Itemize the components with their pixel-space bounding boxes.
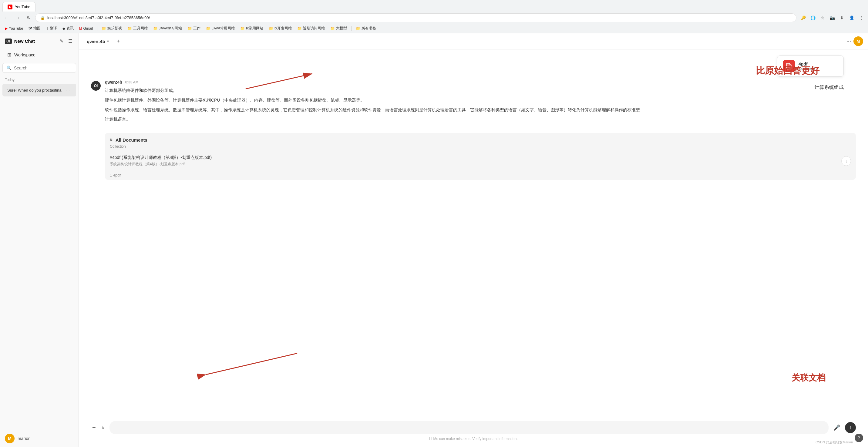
bookmark-lx-common[interactable]: 📁 lx常用网站 [238, 25, 266, 32]
folder-icon: 📁 [269, 26, 273, 31]
chat-item-more-button[interactable]: ··· [65, 87, 71, 93]
chat-item-text: Sure! When do you proctastina [7, 88, 65, 93]
folder-icon: 📁 [297, 26, 302, 31]
message-content: qwen:4b 8:33 AM 计算机系统由硬件和软件两部分组成。 硬件包括计算… [105, 80, 856, 126]
message-para-3: 软件包括操作系统、语言处理系统、数据库管理系统等。其中，操作系统是计算机系统的灵… [105, 106, 856, 114]
input-add-button[interactable]: + [91, 423, 97, 433]
gmail-icon: M [79, 26, 82, 31]
bookmark-label: 所有书签 [362, 26, 376, 31]
bookmarks-bar: ▶ YouTube 🗺 地图 T 翻译 ◆ 资讯 M Gmail 📁 娱乐影视 … [0, 24, 868, 33]
screenshot-button[interactable]: 📷 [828, 14, 836, 22]
message-author: qwen:4b [105, 80, 122, 85]
sidebar-icon-group: ✎ ☰ [58, 37, 74, 45]
bookmark-label: 近期访问网站 [303, 26, 325, 31]
header-avatar: M [854, 36, 863, 46]
message-time: 8:33 AM [125, 80, 138, 84]
bookmark-youtube[interactable]: ▶ YouTube [2, 26, 26, 31]
input-hash-button[interactable]: # [101, 424, 106, 432]
user-avatar: M [5, 434, 14, 443]
bookmark-tools[interactable]: 📁 工具网站 [125, 25, 150, 32]
annotation-text-related-doc: 关联文档 [792, 372, 826, 384]
star-button[interactable]: ☆ [818, 14, 827, 22]
youtube-favicon: ▶ [8, 5, 12, 9]
bookmark-label: 翻译 [50, 26, 57, 31]
logo-badge: OI [5, 38, 12, 44]
sidebar-search[interactable]: 🔍 [2, 63, 76, 73]
bookmark-entertainment[interactable]: 📁 娱乐影视 [99, 25, 124, 32]
bookmark-translate[interactable]: T 翻译 [44, 25, 59, 32]
lock-icon: 🔒 [40, 16, 45, 20]
tab-bar: ▶ YouTube [0, 0, 868, 11]
bookmark-lx-dev[interactable]: 📁 lx开发网站 [266, 25, 294, 32]
docs-title: All Documents [116, 137, 147, 142]
model-name: qwen:4b [87, 39, 105, 44]
new-chat-label: New Chat [14, 38, 35, 44]
doc-download-button[interactable]: ↓ [841, 156, 851, 166]
translate-button[interactable]: 🌐 [809, 14, 817, 22]
bookmark-label: JAVA学习网站 [159, 26, 182, 31]
help-button[interactable]: ? [855, 434, 863, 442]
chevron-down-icon: ▾ [107, 39, 109, 43]
bookmark-java-learn[interactable]: 📁 JAVA学习网站 [151, 25, 184, 32]
bookmark-recent[interactable]: 📁 近期访问网站 [295, 25, 327, 32]
workspace-icon: ⊞ [7, 52, 11, 58]
bookmark-news[interactable]: ◆ 资讯 [60, 25, 76, 32]
chat-messages: 4pdf Document 计算系统组成 比原始回答更好 [79, 50, 868, 417]
menu-toggle-button[interactable]: ☰ [67, 37, 74, 45]
nav-bar: ← → ↻ 🔒 localhost:3000/c/1edc3e47-a0f2-4… [0, 11, 868, 24]
bookmark-separator [97, 26, 97, 31]
bookmark-label: lx常用网站 [246, 26, 263, 31]
profile-button[interactable]: 👤 [847, 14, 856, 22]
download-button[interactable]: ⬇ [838, 14, 846, 22]
search-icon: 🔍 [6, 65, 11, 70]
bookmark-java-common[interactable]: 📁 JAVA常用网站 [204, 25, 237, 32]
documents-section: # All Documents Collection #4pdf (系统架构设计… [105, 133, 856, 180]
bookmark-label: lx开发网站 [275, 26, 292, 31]
search-input[interactable] [14, 65, 72, 70]
extensions-button[interactable]: 🔑 [799, 14, 807, 22]
refresh-button[interactable]: ↻ [24, 14, 33, 22]
sidebar-section-today: Today [0, 75, 79, 83]
add-chat-button[interactable]: + [114, 37, 123, 46]
bookmark-label: 工具网站 [133, 26, 148, 31]
bookmark-map[interactable]: 🗺 地图 [26, 25, 43, 32]
active-tab[interactable]: ▶ YouTube [2, 2, 35, 11]
bookmark-work[interactable]: 📁 工作 [185, 25, 203, 32]
bookmark-all[interactable]: 📁 所有书签 [353, 25, 378, 32]
csdn-watermark: CSDN @启福研发Marion [815, 440, 853, 445]
folder-icon: 📁 [187, 26, 192, 31]
docs-collection-label: Collection [105, 145, 856, 151]
forward-button[interactable]: → [13, 14, 22, 22]
header-more-button[interactable]: ··· [846, 38, 851, 44]
translate-icon: T [46, 26, 48, 31]
send-button[interactable]: ↑ [845, 422, 856, 433]
chat-input-box[interactable] [110, 421, 829, 434]
message-header: qwen:4b 8:33 AM [105, 80, 856, 85]
url-bar[interactable]: 🔒 localhost:3000/c/1edc3e47-a0f2-4ed7-9f… [35, 13, 797, 22]
annotation-arrow-2 [182, 347, 318, 387]
model-selector[interactable]: qwen:4b ▾ [84, 37, 112, 46]
bookmark-gmail[interactable]: M Gmail [77, 26, 95, 31]
chat-header: qwen:4b ▾ + ··· M [79, 33, 868, 50]
doc-item-title: #4pdf (系统架构设计师教程（第4版）-划重点版本.pdf) [110, 155, 212, 160]
bookmark-llm[interactable]: 📁 大模型 [328, 25, 349, 32]
folder-icon: 📁 [153, 26, 158, 31]
back-button[interactable]: ← [2, 14, 11, 22]
browser-chrome: ▶ YouTube ← → ↻ 🔒 localhost:3000/c/1edc3… [0, 0, 868, 33]
bookmark-label: YouTube [9, 26, 23, 31]
docs-section-header: # All Documents [105, 133, 856, 145]
menu-button[interactable]: ⋮ [857, 14, 866, 22]
message-para-1: 计算机系统由硬件和软件两部分组成。 [105, 87, 856, 94]
annotation-text-better: 比原始回答更好 [756, 65, 819, 77]
sidebar-logo: OI New Chat [5, 38, 35, 44]
bookmark-label: Gmail [84, 26, 93, 31]
chat-list-item[interactable]: Sure! When do you proctastina ··· [2, 84, 76, 96]
edit-button[interactable]: ✎ [58, 37, 65, 45]
sidebar-item-workspace[interactable]: ⊞ Workspace [2, 50, 76, 60]
mic-button[interactable]: 🎤 [832, 423, 841, 432]
folder-icon: 📁 [240, 26, 245, 31]
chat-disclaimer: LLMs can make mistakes. Verify important… [91, 437, 856, 441]
tab-title: YouTube [15, 5, 30, 9]
doc-item-meta: 系统架构设计师教程（第4版）-划重点版本.pdf [110, 162, 212, 167]
bookmark-label: 地图 [33, 26, 41, 31]
